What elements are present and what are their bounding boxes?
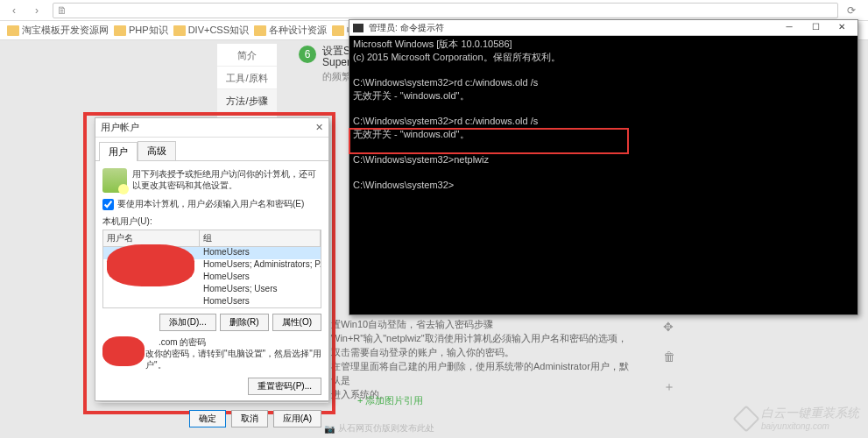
folder-icon — [7, 25, 19, 36]
dialog-tabs: 用户 高级 — [95, 138, 328, 161]
user-table[interactable]: 用户名 组 HomeUsers HomeUsers; Administrator… — [102, 230, 321, 308]
watermark-text: 白云一键重装系统 — [761, 406, 859, 421]
bookmark-item[interactable]: 各种设计资源 — [254, 24, 327, 37]
folder-icon — [332, 25, 344, 36]
column-group[interactable]: 组 — [200, 230, 321, 246]
dialog-titlebar: 用户帐户 ✕ — [95, 118, 328, 138]
reload-button[interactable]: ⟳ — [847, 4, 861, 17]
command-prompt-window: 管理员: 命令提示符 ─ ☐ ✕ Microsoft Windows [版本 1… — [349, 19, 858, 315]
forward-button[interactable]: › — [30, 4, 44, 18]
watermark-url: baiyunxitong.com — [761, 421, 859, 431]
footer-caption: 📷 从石网页仿版则发布此处 — [324, 422, 434, 434]
maximize-button[interactable]: ☐ — [803, 22, 828, 34]
cmd-title-text: 管理员: 命令提示符 — [369, 22, 444, 34]
move-icon[interactable]: ✥ — [663, 320, 675, 334]
bookmark-item[interactable]: PHP知识 — [114, 24, 168, 37]
bookmark-label: DIV+CSS知识 — [188, 24, 249, 37]
annotation-red-box-cmd — [349, 128, 629, 154]
apply-button[interactable]: 应用(A) — [273, 410, 321, 427]
step-number-badge: 6 — [299, 46, 316, 63]
add-image-reference[interactable]: + 添加图片引用 — [357, 394, 423, 407]
bookmark-label: PHP知识 — [129, 24, 168, 37]
cmd-icon — [353, 24, 363, 32]
users-icon — [102, 168, 127, 193]
watermark-icon — [732, 405, 759, 432]
folder-icon — [173, 25, 186, 36]
cancel-button[interactable]: 取消 — [231, 410, 268, 427]
password-section-title: .com 的密码 — [159, 337, 206, 347]
dialog-description: 用下列表授予或拒绝用户访问你的计算机，还可以更改其密码和其他设置。 — [132, 168, 321, 191]
password-description: 改你的密码，请转到"电脑设置"，然后选择"用户"。 — [145, 348, 321, 371]
content-line: 双击需要自动登录的账户，输入你的密码。 — [331, 345, 638, 359]
bookmark-item[interactable]: 淘宝模板开发资源网 — [7, 24, 109, 37]
tab-users[interactable]: 用户 — [99, 142, 138, 161]
float-actions: ✥ 🗑 ＋ — [663, 320, 675, 395]
add-icon[interactable]: ＋ — [663, 379, 675, 395]
add-user-button[interactable]: 添加(D)... — [159, 314, 215, 331]
step-content: 置Win10自动登陆，省去输入密码步骤 Win+R"输入"netplwiz"取消… — [331, 317, 638, 401]
folder-icon — [254, 25, 266, 36]
browser-toolbar: ‹ › 🗎 ⟳ — [0, 0, 868, 21]
user-accounts-dialog: 用户帐户 ✕ 用户 高级 用下列表授予或拒绝用户访问你的计算机，还可以更改其密码… — [95, 117, 329, 401]
address-bar[interactable]: 🗎 — [53, 3, 838, 18]
content-line: Win+R"输入"netplwiz"取消使用计算机必须输入用户名和密码的选项， — [331, 331, 638, 345]
sidebar-item-tools[interactable]: 工具/原料 — [217, 67, 277, 89]
minimize-button[interactable]: ─ — [777, 22, 801, 34]
folder-icon — [114, 25, 126, 36]
dialog-body: 用下列表授予或拒绝用户访问你的计算机，还可以更改其密码和其他设置。 要使用本计算… — [95, 161, 328, 402]
ok-button[interactable]: 确定 — [189, 410, 226, 427]
dialog-close-button[interactable]: ✕ — [315, 122, 323, 133]
reset-password-button[interactable]: 重置密码(P)... — [248, 378, 321, 395]
cmd-output[interactable]: Microsoft Windows [版本 10.0.10586] (c) 20… — [349, 36, 857, 194]
content-line: 置Win10自动登陆，省去输入密码步骤 — [331, 317, 638, 331]
remove-user-button[interactable]: 删除(R) — [220, 314, 269, 331]
watermark: 白云一键重装系统 baiyunxitong.com — [737, 406, 859, 431]
table-row[interactable]: HomeUsers — [103, 296, 321, 308]
content-line: 在管理里面将自己建的用户删除，使用系统带的Administrator用户，默认是 — [331, 359, 638, 387]
delete-icon[interactable]: 🗑 — [663, 350, 675, 364]
properties-button[interactable]: 属性(O) — [272, 314, 321, 331]
page-icon: 🗎 — [57, 4, 67, 17]
checkbox-label: 要使用本计算机，用户必须输入用户名和密码(E) — [117, 198, 304, 210]
cmd-titlebar[interactable]: 管理员: 命令提示符 ─ ☐ ✕ — [349, 20, 857, 36]
bookmark-label: 淘宝模板开发资源网 — [22, 24, 109, 37]
back-button[interactable]: ‹ — [7, 4, 21, 18]
tab-advanced[interactable]: 高级 — [138, 141, 176, 160]
close-button[interactable]: ✕ — [829, 22, 854, 34]
dialog-title-text: 用户帐户 — [101, 121, 139, 134]
sidebar-item-steps[interactable]: 方法/步骤 — [217, 89, 277, 112]
require-password-checkbox[interactable] — [102, 199, 114, 210]
bookmark-item[interactable]: DIV+CSS知识 — [173, 24, 249, 37]
bookmark-label: 各种设计资源 — [269, 24, 327, 37]
redaction-scribble — [107, 244, 194, 286]
sidebar-item-intro[interactable]: 简介 — [217, 44, 277, 67]
footer-text: 从石网页仿版则发布此处 — [338, 422, 434, 434]
user-list-label: 本机用户(U): — [102, 215, 321, 228]
redaction-scribble — [102, 336, 145, 366]
